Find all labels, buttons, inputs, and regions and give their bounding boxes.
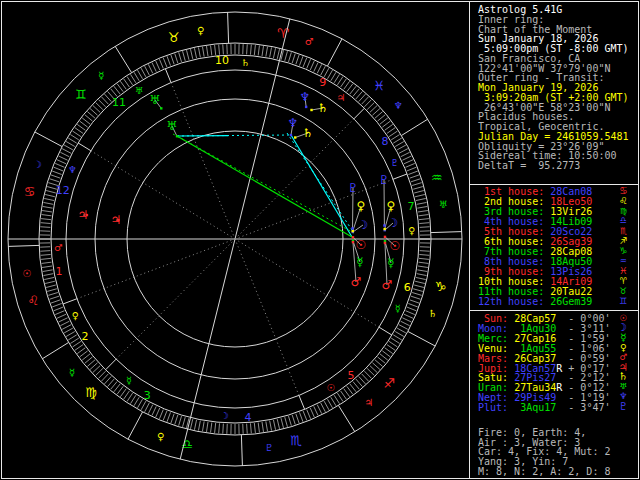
degree-tick bbox=[207, 422, 208, 432]
outer-venus-icon: ♀ bbox=[387, 199, 396, 213]
degree-tick bbox=[51, 175, 60, 178]
degree-tick bbox=[62, 325, 71, 330]
saturn-inner-dot bbox=[294, 136, 296, 138]
degree-tick bbox=[341, 391, 347, 399]
ruler-of-scorpio-icon: ♇ bbox=[265, 442, 274, 453]
degree-tick bbox=[77, 124, 85, 130]
degree-tick bbox=[370, 366, 377, 373]
degree-tick bbox=[219, 423, 220, 433]
degree-tick bbox=[331, 72, 336, 81]
degree-tick bbox=[270, 421, 272, 431]
sun-outer-dot bbox=[384, 236, 386, 238]
house-9-ruler-icon: ♃ bbox=[337, 92, 346, 103]
degree-tick bbox=[163, 58, 167, 67]
degree-tick bbox=[375, 112, 383, 119]
degree-tick bbox=[410, 300, 419, 303]
degree-tick bbox=[87, 360, 95, 367]
degree-tick bbox=[277, 49, 279, 59]
degree-tick bbox=[183, 417, 186, 427]
degree-tick bbox=[48, 292, 58, 295]
degree-tick bbox=[375, 360, 383, 367]
degree-tick bbox=[198, 47, 200, 57]
degree-tick bbox=[145, 66, 150, 75]
degree-tick bbox=[117, 84, 123, 92]
degree-tick bbox=[317, 405, 321, 414]
inner-moon-icon: ☽ bbox=[358, 218, 369, 232]
degree-tick bbox=[406, 163, 415, 167]
degree-tick bbox=[288, 52, 291, 62]
degree-tick bbox=[175, 415, 178, 425]
degree-tick bbox=[334, 395, 339, 403]
sign-boundary bbox=[115, 46, 131, 72]
degree-tick bbox=[211, 46, 212, 56]
degree-tick bbox=[90, 363, 97, 370]
house-6-ruler-icon: ☿ bbox=[395, 303, 401, 314]
degree-tick bbox=[247, 424, 248, 434]
mars-inner-dot bbox=[352, 241, 354, 243]
degree-tick bbox=[299, 56, 302, 65]
degree-tick bbox=[66, 332, 75, 337]
house-number-9: 9 bbox=[319, 76, 326, 89]
degree-tick bbox=[314, 406, 318, 415]
house-sign-icon: ♊ bbox=[620, 296, 627, 306]
header-line: DeltaT = 95.2773 bbox=[478, 161, 580, 171]
degree-tick bbox=[328, 399, 333, 408]
degree-tick bbox=[416, 198, 426, 200]
house-number-6: 6 bbox=[404, 281, 411, 294]
house-8-ruler-icon: ♇ bbox=[390, 157, 399, 168]
sign-boundary bbox=[128, 412, 143, 439]
degree-tick bbox=[350, 86, 356, 94]
degree-tick bbox=[90, 109, 97, 116]
degree-tick bbox=[397, 328, 406, 333]
venus-outer-dot bbox=[383, 228, 385, 230]
saturn-outer-dot bbox=[310, 109, 312, 111]
degree-tick bbox=[108, 379, 115, 387]
degree-tick bbox=[385, 124, 393, 130]
degree-tick bbox=[413, 187, 423, 190]
degree-tick bbox=[127, 393, 133, 401]
degree-tick bbox=[254, 423, 255, 433]
degree-tick bbox=[60, 321, 69, 325]
zodiac-aquarius-icon: ♒ bbox=[431, 170, 443, 185]
degree-tick bbox=[387, 128, 395, 134]
degree-tick bbox=[64, 328, 73, 333]
house-cusp-segment bbox=[106, 359, 117, 370]
degree-tick bbox=[102, 374, 109, 381]
degree-tick bbox=[401, 321, 410, 325]
sign-boundary bbox=[338, 405, 354, 431]
degree-tick bbox=[250, 45, 251, 55]
degree-tick bbox=[419, 262, 429, 263]
degree-tick bbox=[152, 406, 156, 415]
degree-tick bbox=[50, 179, 60, 182]
inner-mercury-icon: ☿ bbox=[356, 255, 363, 269]
degree-tick bbox=[273, 420, 275, 430]
degree-tick bbox=[367, 368, 374, 375]
degree-tick bbox=[138, 70, 143, 79]
degree-tick bbox=[141, 68, 146, 77]
inner-venus-icon: ♀ bbox=[357, 199, 366, 213]
degree-tick bbox=[393, 138, 402, 143]
degree-tick bbox=[50, 296, 60, 299]
degree-tick bbox=[131, 74, 136, 82]
degree-tick bbox=[285, 417, 288, 427]
degree-tick bbox=[163, 411, 167, 420]
degree-tick bbox=[266, 421, 268, 431]
degree-tick bbox=[331, 397, 336, 406]
degree-tick bbox=[407, 307, 416, 311]
degree-tick bbox=[42, 211, 52, 212]
degree-tick bbox=[64, 145, 73, 150]
house-cusp-segment bbox=[354, 108, 365, 119]
zodiac-taurus-icon: ♉ bbox=[168, 30, 180, 45]
degree-tick bbox=[52, 303, 61, 306]
degree-tick bbox=[194, 420, 196, 430]
degree-tick bbox=[270, 47, 272, 57]
degree-tick bbox=[43, 202, 53, 204]
ruler-of-taurus-icon: ♀ bbox=[197, 25, 204, 36]
degree-tick bbox=[417, 202, 427, 204]
zodiac-gemini-icon: ♊ bbox=[75, 87, 87, 102]
outer-sun-icon: ☉ bbox=[390, 239, 401, 253]
degree-tick bbox=[68, 138, 77, 143]
degree-tick bbox=[167, 56, 170, 65]
degree-tick bbox=[258, 46, 259, 56]
degree-tick bbox=[156, 61, 160, 70]
